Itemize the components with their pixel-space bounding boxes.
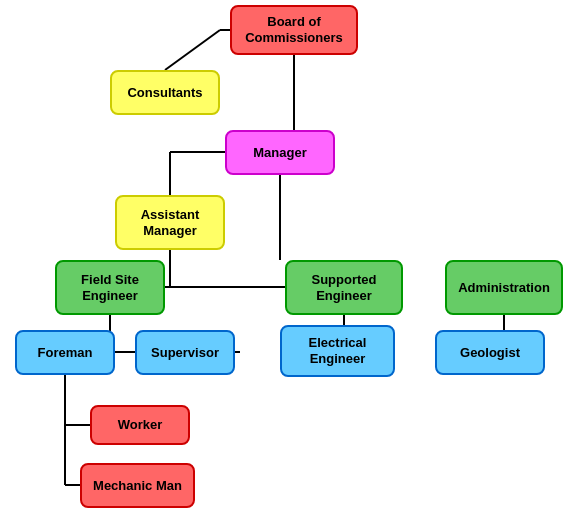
assistant-manager-node: Assistant Manager — [115, 195, 225, 250]
worker-node: Worker — [90, 405, 190, 445]
consultants-label: Consultants — [127, 85, 202, 101]
org-chart: Board of Commissioners Consultants Manag… — [0, 0, 588, 521]
board-commissioners-label: Board of Commissioners — [236, 14, 352, 45]
foreman-label: Foreman — [38, 345, 93, 361]
field-site-engineer-node: Field Site Engineer — [55, 260, 165, 315]
mechanic-man-node: Mechanic Man — [80, 463, 195, 508]
field-site-engineer-label: Field Site Engineer — [61, 272, 159, 303]
assistant-manager-label: Assistant Manager — [121, 207, 219, 238]
administration-label: Administration — [458, 280, 550, 296]
geologist-label: Geologist — [460, 345, 520, 361]
manager-node: Manager — [225, 130, 335, 175]
mechanic-man-label: Mechanic Man — [93, 478, 182, 494]
administration-node: Administration — [445, 260, 563, 315]
board-commissioners-node: Board of Commissioners — [230, 5, 358, 55]
manager-label: Manager — [253, 145, 306, 161]
supervisor-node: Supervisor — [135, 330, 235, 375]
svg-line-1 — [165, 30, 220, 70]
supported-engineer-node: Supported Engineer — [285, 260, 403, 315]
worker-label: Worker — [118, 417, 163, 433]
geologist-node: Geologist — [435, 330, 545, 375]
supported-engineer-label: Supported Engineer — [291, 272, 397, 303]
supervisor-label: Supervisor — [151, 345, 219, 361]
electrical-engineer-label: Electrical Engineer — [286, 335, 389, 366]
foreman-node: Foreman — [15, 330, 115, 375]
electrical-engineer-node: Electrical Engineer — [280, 325, 395, 377]
consultants-node: Consultants — [110, 70, 220, 115]
